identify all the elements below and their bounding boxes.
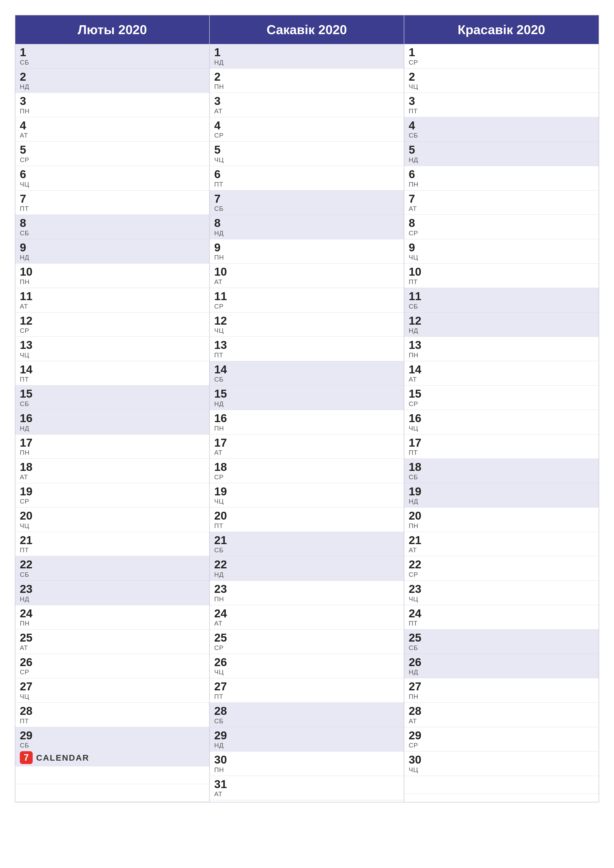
day-cell: 25СБ	[404, 629, 598, 654]
day-number: 28	[20, 705, 205, 717]
day-cell: 2ПН	[210, 68, 404, 93]
day-cell: 8СБ	[16, 215, 209, 239]
day-cell: 24ПН	[16, 605, 209, 630]
day-cell: 19СР	[16, 483, 209, 508]
day-cell: 13ПН	[404, 337, 598, 361]
day-number: 29	[20, 729, 205, 742]
day-cell: 12СР	[16, 313, 209, 337]
day-number: 25	[214, 631, 399, 644]
day-name: СБ	[409, 473, 594, 481]
day-name: ПН	[214, 425, 399, 432]
day-name: НД	[409, 156, 594, 164]
day-number: 20	[409, 510, 594, 522]
day-number: 6	[20, 168, 205, 181]
day-name: ПН	[409, 693, 594, 701]
day-name: НД	[214, 229, 399, 237]
day-number: 11	[214, 290, 399, 302]
day-number: 15	[409, 388, 594, 400]
day-cell: 2НД	[16, 68, 209, 93]
day-name: АТ	[20, 132, 205, 139]
day-cell: 23ПН	[210, 581, 404, 605]
day-number: 20	[214, 510, 399, 522]
calendar-container: Люты 2020 Сакавік 2020 Красавік 2020 1СБ…	[15, 15, 599, 803]
day-number: 3	[409, 95, 594, 107]
day-cell: 10ПТ	[404, 264, 598, 288]
day-name: СБ	[214, 717, 399, 725]
day-name: ПН	[214, 254, 399, 261]
day-number: 18	[20, 461, 205, 473]
day-name: СР	[214, 302, 399, 310]
day-cell: 29НД	[210, 727, 404, 752]
day-name: НД	[409, 327, 594, 335]
day-name: СР	[409, 400, 594, 408]
day-number: 22	[214, 558, 399, 571]
day-number: 15	[214, 388, 399, 400]
day-cell: 27ПН	[404, 678, 598, 703]
day-name: СБ	[20, 742, 205, 749]
day-cell: 4АТ	[16, 117, 209, 142]
day-name: ПТ	[20, 376, 205, 383]
day-name: АТ	[409, 717, 594, 725]
day-cell: 4СР	[210, 117, 404, 142]
day-name: АТ	[20, 644, 205, 652]
day-name: ЧЦ	[409, 766, 594, 774]
day-name: ЧЦ	[20, 693, 205, 701]
day-cell: 3ПН	[16, 93, 209, 117]
day-name: ЧЦ	[409, 425, 594, 432]
day-cell: 28АТ	[404, 703, 598, 727]
day-name: СР	[214, 473, 399, 481]
day-cell: 11СР	[210, 288, 404, 313]
logo-icon: 7	[20, 751, 33, 764]
day-number: 16	[20, 412, 205, 425]
day-cell-empty	[404, 776, 598, 794]
day-cell: 17ПТ	[404, 434, 598, 459]
day-cell: 6ЧЦ	[16, 166, 209, 191]
day-number: 3	[20, 95, 205, 107]
day-name: НД	[409, 498, 594, 505]
day-name: СБ	[214, 205, 399, 212]
day-cell: 18СБ	[404, 459, 598, 483]
day-cell: 8НД	[210, 215, 404, 239]
day-number: 14	[409, 363, 594, 376]
day-cell: 26ЧЦ	[210, 654, 404, 679]
day-number: 1	[214, 46, 399, 59]
day-cell: 1СБ	[16, 44, 209, 68]
day-name: СБ	[409, 644, 594, 652]
day-cell-empty	[16, 766, 209, 784]
day-name: ПТ	[20, 205, 205, 212]
day-name: АТ	[20, 473, 205, 481]
day-cell: 22СБ	[16, 556, 209, 581]
day-name: НД	[20, 254, 205, 261]
day-cell: 7АТ	[404, 191, 598, 215]
day-number: 28	[409, 705, 594, 717]
day-number: 23	[20, 583, 205, 595]
day-name: ПТ	[20, 717, 205, 725]
day-number: 9	[214, 241, 399, 254]
month-header-apr: Красавік 2020	[404, 16, 598, 44]
day-cell: 5СР	[16, 141, 209, 166]
day-number: 15	[20, 388, 205, 400]
day-name: СР	[214, 644, 399, 652]
day-number: 31	[214, 778, 399, 790]
day-number: 5	[20, 144, 205, 156]
day-number: 11	[409, 290, 594, 302]
day-cell: 15СБ	[16, 386, 209, 410]
day-name: НД	[20, 595, 205, 603]
day-cell: 10ПН	[16, 264, 209, 288]
day-cell: 27ПТ	[210, 678, 404, 703]
day-cell: 16НД	[16, 410, 209, 434]
logo-text: CALENDAR	[36, 753, 89, 763]
day-number: 24	[214, 607, 399, 620]
day-cell: 30ПН	[210, 752, 404, 776]
day-name: ПТ	[409, 278, 594, 286]
day-number: 17	[20, 437, 205, 449]
day-name: ПТ	[409, 620, 594, 627]
day-name: СБ	[20, 400, 205, 408]
day-name: ПН	[20, 107, 205, 115]
day-name: ЧЦ	[214, 327, 399, 335]
day-cell: 11СБ	[404, 288, 598, 313]
day-number: 1	[409, 46, 594, 59]
day-cell: 14СБ	[210, 361, 404, 386]
day-name: ПН	[214, 766, 399, 774]
day-cell: 9ПН	[210, 239, 404, 264]
